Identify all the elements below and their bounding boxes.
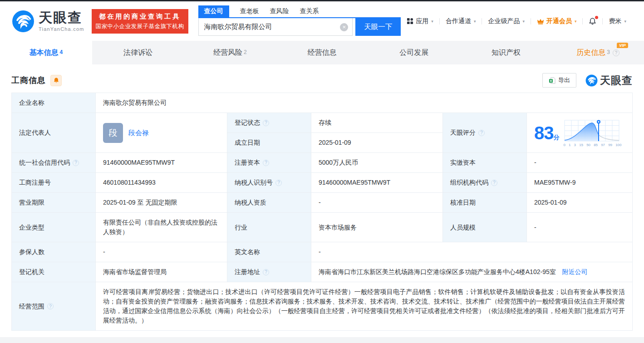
watermark-logo: 天眼查	[585, 74, 633, 88]
help-icon[interactable]: ?	[275, 180, 282, 186]
tab-label: 历史信息	[576, 48, 605, 58]
monitor-bell-button[interactable]	[50, 75, 62, 86]
tab-history-info[interactable]: VIP 历史信息 3 ?	[552, 41, 644, 64]
nav-apps-label: 应用	[416, 17, 428, 25]
field-label: 天眼评分?	[443, 113, 527, 153]
table-row: 参保人数 - 英文名称 -	[12, 242, 633, 262]
site-header: 天眼查 TianYanCha.com 都在用的商业查询工具 国家中小企业发展子基…	[0, 1, 644, 41]
help-icon[interactable]: ?	[478, 130, 485, 136]
chevron-down-icon: ▾	[522, 19, 525, 24]
main-content: 工商信息 导出	[0, 64, 644, 331]
bell-icon	[53, 77, 59, 83]
table-row: 登记机关 海南省市场监督管理局 注册地址? 海南省海口市江东新区美兰机场路海口空…	[12, 262, 633, 282]
footer-strip	[0, 337, 644, 343]
help-icon[interactable]: ?	[263, 269, 269, 275]
score-unit: 分	[554, 134, 560, 141]
logo-title: 天眼查	[39, 11, 84, 24]
slogan-line2: 国家中小企业发展子基金旗下机构	[96, 23, 184, 30]
field-label: 企业类型	[12, 213, 96, 242]
field-label: 英文名称	[227, 242, 311, 262]
nav-user-menu[interactable]: 费米 ▾	[603, 17, 632, 25]
nav-open-vip[interactable]: 开通会员 ▾	[531, 17, 583, 25]
export-button[interactable]: 导出	[542, 73, 576, 88]
tianyancha-logo[interactable]: 天眼查 TianYanCha.com	[12, 10, 84, 33]
approval-date-value: 2025-01-09	[527, 193, 633, 213]
field-label: 营业期限	[12, 193, 96, 213]
tab-count: 4	[60, 49, 63, 55]
tab-count: 2	[244, 49, 247, 55]
search-tab-boss[interactable]: 查老板	[240, 5, 259, 17]
table-row: 工商注册号 460108011434993 纳税人识别号? 91460000MA…	[12, 173, 633, 193]
help-icon[interactable]: ?	[491, 180, 497, 186]
tab-company-development[interactable]: 公司发展	[368, 41, 460, 64]
search-tab-relation[interactable]: 查关系	[300, 5, 319, 17]
tab-business-info[interactable]: 经营信息	[276, 41, 368, 64]
tab-legal-litigation[interactable]: 法律诉讼	[92, 41, 184, 64]
org-code-value: MAE95TMW-9	[527, 173, 633, 193]
score-distribution-chart	[564, 119, 622, 143]
table-row: 法定代表人 段 段会禄 登记状态? 存续 天眼评分? 83分	[12, 113, 633, 133]
english-name-value: -	[311, 242, 633, 262]
paid-capital-value: -	[527, 153, 633, 173]
search-input[interactable]	[198, 18, 353, 36]
section-actions: 导出 天眼查	[542, 73, 633, 88]
nav-partner-channel[interactable]: 合作通道 ▾	[440, 17, 482, 25]
chevron-down-icon: ▾	[431, 19, 433, 24]
taxpayer-quality-value: -	[311, 193, 443, 213]
field-label: 实缴资本	[443, 153, 527, 173]
nav-notifications[interactable]	[583, 17, 602, 25]
table-row: 经营范围? 许可经营项目离岸贸易经营；货物进出口；技术进出口（许可经营项目凭许可…	[12, 282, 633, 331]
establish-date-value: 2025-01-09	[311, 133, 443, 153]
help-icon[interactable]: ?	[613, 49, 619, 56]
field-label: 注册资本?	[227, 153, 311, 173]
field-label: 注册地址?	[227, 262, 311, 282]
username: 费米	[609, 17, 621, 25]
reg-address-cell: 海南省海口市江东新区美兰机场路海口空港综保区多功能产业服务中心4楼A102-95…	[311, 262, 633, 282]
tab-basic-info[interactable]: 基本信息 4	[0, 41, 92, 64]
field-label: 成立日期	[227, 133, 311, 153]
field-label: 登记状态?	[227, 113, 311, 133]
table-row: 企业类型 有限责任公司（非自然人投资或控股的法人独资） 行业 资本市场服务 人员…	[12, 213, 633, 242]
nav-enterprise-products[interactable]: 企业级产品 ▾	[482, 17, 531, 25]
tab-label: 经营风险	[213, 48, 242, 58]
field-label: 经营范围?	[12, 282, 96, 331]
search-input-wrap: ×	[198, 18, 353, 36]
legal-rep-link[interactable]: 段会禄	[128, 128, 149, 137]
apps-grid-icon	[407, 18, 413, 24]
search-button[interactable]: 天眼一下	[355, 18, 401, 36]
search-tab-risk[interactable]: 查风险	[270, 5, 289, 17]
score-axis: 0131550859799100	[564, 143, 622, 147]
help-icon[interactable]: ?	[263, 120, 269, 126]
logo-subtitle: TianYanCha.com	[39, 26, 84, 32]
export-label: 导出	[558, 76, 570, 84]
tab-intellectual-property[interactable]: 知识产权	[460, 41, 552, 64]
company-type-value: 有限责任公司（非自然人投资或控股的法人独资）	[96, 213, 227, 242]
staff-size-value: -	[527, 213, 633, 242]
taxpayer-id-value: 91460000MAE95TMW9T	[311, 173, 443, 193]
bell-wrap	[589, 17, 596, 25]
table-row: 营业期限 2025-01-09 至 无固定期限 纳税人资质 - 核准日期 202…	[12, 193, 633, 213]
legal-rep-avatar[interactable]: 段	[103, 123, 123, 143]
search-tab-company[interactable]: 查公司	[198, 5, 229, 17]
reg-number-value: 460108011434993	[96, 173, 227, 193]
field-label: 纳税人识别号?	[227, 173, 311, 193]
table-row: 企业名称 海南歌尔贸易有限公司	[12, 93, 633, 113]
industry-value: 资本市场服务	[311, 213, 443, 242]
legal-rep-cell: 段 段会禄	[96, 113, 227, 153]
nav-partner-label: 合作通道	[446, 17, 471, 25]
help-icon[interactable]: ?	[73, 160, 79, 166]
help-icon[interactable]: ?	[263, 160, 269, 166]
business-info-table: 企业名称 海南歌尔贸易有限公司 法定代表人 段 段会禄 登记状态? 存续 天眼评…	[11, 93, 633, 331]
nav-enterprise-label: 企业级产品	[488, 17, 520, 25]
slogan-line1: 都在用的商业查询工具	[96, 12, 184, 21]
field-label: 工商注册号	[12, 173, 96, 193]
field-label: 统一社会信用代码?	[12, 153, 96, 173]
nav-apps[interactable]: 应用 ▾	[401, 17, 439, 25]
score-chart: 0131550859799100	[564, 119, 622, 147]
nearby-companies-link[interactable]: 附近公司	[562, 268, 588, 275]
chevron-down-icon: ▾	[624, 19, 626, 24]
tab-label: 经营信息	[308, 48, 337, 58]
help-icon[interactable]: ?	[47, 303, 54, 309]
tab-operation-risk[interactable]: 经营风险 2	[184, 41, 276, 64]
score-cell: 83分	[527, 113, 633, 153]
